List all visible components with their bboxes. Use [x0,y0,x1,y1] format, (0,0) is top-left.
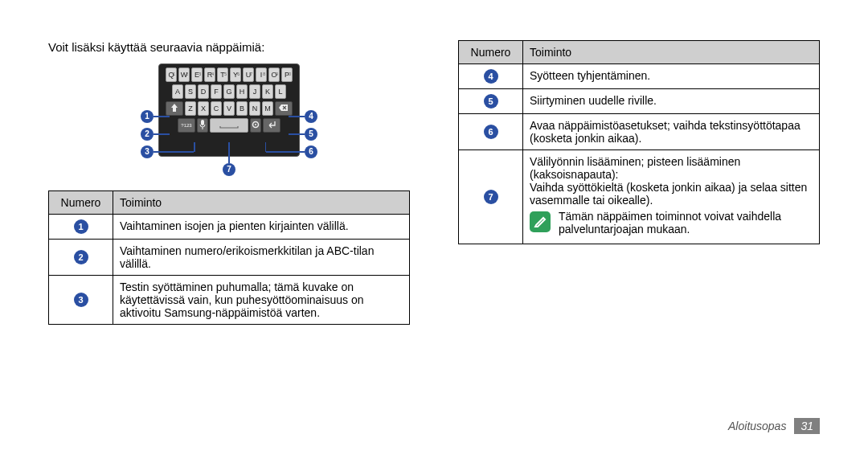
footer-section-label: Aloitusopas [728,420,786,432]
row-number-badge: 2 [74,250,88,264]
enter-key-icon [263,118,280,133]
key: H [236,84,248,99]
row-text: Välilyönnin lisääminen; pisteen lisäämin… [523,150,820,244]
key: K [262,84,273,99]
callout-1: 1 [141,110,154,123]
table-header-number: Numero [49,191,113,215]
table-header-function: Toiminto [523,41,820,64]
key: R [204,68,215,82]
shift-key-icon [166,101,183,116]
functions-table-left: Numero Toiminto 1 Vaihtaminen isojen ja … [48,190,410,325]
row-number-badge: 3 [74,293,88,307]
row-number-badge: 6 [484,125,498,139]
row-number-badge: 4 [484,69,498,84]
row-text: Avaa näppäimistöasetukset; vaihda teksti… [523,114,820,150]
row-number-badge: 7 [484,190,498,204]
callout-4: 4 [305,110,317,123]
key: C [211,101,222,116]
note-block: Tämän näppäimen toiminnot voivat vaihdel… [530,207,813,239]
mic-key-icon [197,118,208,133]
right-column: Numero Toiminto 4 Syötteen tyhjentäminen… [458,40,820,410]
key: N [249,101,260,116]
intro-text: Voit lisäksi käyttää seuraavia näppäimiä… [48,40,410,54]
callout-5: 5 [305,128,317,141]
key: I [256,68,267,82]
space-key [210,118,248,133]
key: X [198,101,209,116]
key: G [223,84,235,99]
key: A [172,84,183,99]
key: O [268,68,280,82]
keyboard-row-4: ?123 [162,118,296,133]
table-row: 7 Välilyönnin lisääminen; pisteen lisääm… [459,150,820,244]
key: L [275,84,286,99]
svg-rect-0 [201,120,204,125]
key: S [185,84,196,99]
key: E [191,68,203,82]
table-row: 6 Avaa näppäimistöasetukset; vaihda teks… [459,114,820,150]
key: Q [166,68,177,82]
key: V [223,101,235,116]
table-header-number: Numero [459,41,523,64]
footer-page-number: 31 [794,418,820,434]
table-row: 5 Siirtyminen uudelle riville. [459,89,820,114]
keyboard-row-3: Z X C V B N M [162,101,296,116]
symbols-key: ?123 [178,118,195,133]
settings-key-icon [250,118,261,133]
row-number-badge: 1 [74,219,88,234]
key: J [249,84,260,99]
keyboard-row-1: Q W E R T Y U I O P [162,68,296,82]
row-text: Vaihtaminen isojen ja pienten kirjainten… [113,215,410,240]
note-text: Tämän näppäimen toiminnot voivat vaihdel… [559,210,813,236]
table-row: 3 Testin syöttäminen puhumalla; tämä kuv… [49,276,410,325]
page-footer: Aloitusopas 31 [0,418,868,450]
key: D [198,84,209,99]
row-text: Testin syöttäminen puhumalla; tämä kuvak… [113,276,410,325]
key: M [262,101,273,116]
row-text: Siirtyminen uudelle riville. [523,89,820,114]
keyboard-figure: Q W E R T Y U I O P A S D [48,63,410,176]
table-row: 1 Vaihtaminen isojen ja pienten kirjaint… [49,215,410,240]
key: P [281,68,293,82]
key: Y [230,68,241,82]
functions-table-right: Numero Toiminto 4 Syötteen tyhjentäminen… [458,40,820,244]
left-column: Voit lisäksi käyttää seuraavia näppäimiä… [48,40,410,410]
table-row: 4 Syötteen tyhjentäminen. [459,64,820,89]
callout-7: 7 [223,163,235,176]
key: F [211,84,222,99]
callout-6: 6 [305,145,317,158]
backspace-key-icon [275,101,293,116]
table-header-function: Toiminto [113,191,410,215]
keyboard-row-2: A S D F G H J K L [162,84,296,99]
key: T [217,68,228,82]
key: B [236,101,248,116]
row-text: Vaihtaminen numero/erikoismerkkitilan ja… [113,240,410,276]
key: W [178,68,190,82]
key: Z [185,101,196,116]
table-row: 2 Vaihtaminen numero/erikoismerkkitilan … [49,240,410,276]
row-text: Syötteen tyhjentäminen. [523,64,820,89]
key: U [243,68,254,82]
row-number-badge: 5 [484,94,498,109]
svg-point-2 [255,124,256,125]
callout-3: 3 [141,145,154,158]
note-icon [530,211,551,232]
callout-2: 2 [141,128,154,141]
